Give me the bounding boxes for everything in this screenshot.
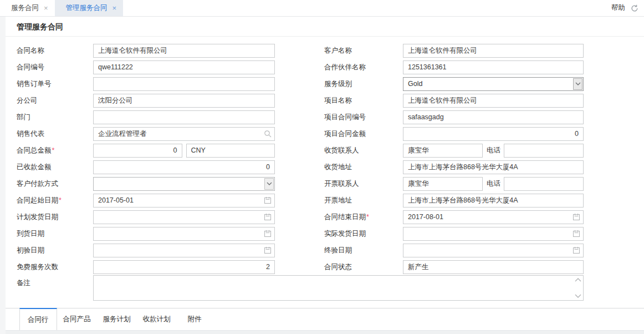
tab-contract-products[interactable]: 合同产品 — [57, 308, 97, 330]
calendar-icon[interactable] — [573, 246, 580, 254]
tab-attachments[interactable]: 附件 — [182, 308, 208, 330]
actual-ship-date-label: 实际发货日期 — [324, 229, 403, 239]
detail-tab-bar: 合同行 合同产品 服务计划 收款计划 附件 — [6, 308, 644, 330]
content-panel: 管理服务合同 合同名称 客户名称 合同编号 合作伙伴名称 销售订单号 服务级别 … — [6, 17, 644, 334]
invoice-phone-label: 电话 — [483, 179, 504, 189]
sales-order-no-input[interactable] — [93, 77, 275, 91]
window-tab-label: 管理服务合同 — [66, 3, 108, 13]
form-row: 合同总金额* 收货联系人 电话 — [6, 142, 644, 159]
arrival-date-input[interactable] — [93, 227, 275, 241]
chevron-down-icon[interactable] — [575, 294, 581, 298]
partner-name-input[interactable] — [403, 60, 584, 74]
tab-service-plan[interactable]: 服务计划 — [97, 308, 137, 330]
planned-ship-date-label: 计划发货日期 — [17, 212, 93, 222]
chevron-up-icon[interactable] — [575, 278, 581, 282]
calendar-icon[interactable] — [264, 213, 272, 221]
form-row: 已收款金额 收货地址 — [6, 159, 644, 175]
remarks-label: 备注 — [17, 275, 93, 288]
form-row: 分公司 项目名称 — [6, 92, 644, 109]
chevron-down-icon[interactable] — [264, 178, 274, 190]
form-row: 合同起始日期* 开票地址 — [6, 192, 644, 209]
service-level-label: 服务级别 — [324, 79, 403, 89]
page-title: 管理服务合同 — [6, 17, 644, 37]
initial-accept-date-input[interactable] — [93, 244, 275, 257]
actual-ship-date-input[interactable] — [403, 227, 584, 241]
branch-label: 分公司 — [17, 96, 93, 105]
arrival-date-label: 到货日期 — [17, 229, 93, 239]
form-row: 免费服务次数 合同状态 — [6, 259, 644, 275]
delivery-phone-input[interactable] — [504, 144, 584, 158]
calendar-icon[interactable] — [264, 230, 272, 237]
invoice-contact-label: 开票联系人 — [324, 179, 403, 189]
invoice-phone-input[interactable] — [504, 177, 584, 191]
close-icon[interactable]: × — [44, 4, 48, 12]
invoice-contact-input[interactable] — [403, 177, 483, 191]
currency-input[interactable] — [186, 144, 275, 158]
delivery-address-label: 收货地址 — [324, 163, 403, 172]
received-amount-input[interactable] — [93, 160, 275, 174]
tab-contract-lines[interactable]: 合同行 — [19, 308, 57, 330]
customer-name-input[interactable] — [403, 44, 584, 58]
window-tab-manage-service-contract[interactable]: 管理服务合同 × — [55, 0, 124, 16]
final-accept-date-input[interactable] — [403, 244, 584, 257]
project-amount-input[interactable] — [403, 127, 584, 141]
refresh-icon[interactable] — [631, 4, 638, 12]
contract-no-input[interactable] — [93, 60, 275, 74]
calendar-icon[interactable] — [573, 230, 580, 237]
form-row: 部门 项目合同编号 — [6, 109, 644, 125]
end-date-input[interactable] — [403, 210, 584, 224]
required-mark: * — [59, 196, 62, 204]
form-row: 客户付款方式 开票联系人 电话 — [6, 175, 644, 192]
planned-ship-date-input[interactable] — [93, 210, 275, 224]
contract-name-label: 合同名称 — [17, 46, 93, 55]
search-icon[interactable] — [264, 130, 272, 138]
branch-input[interactable] — [93, 94, 275, 108]
form-row: 销售代表 项目合同金额 — [6, 125, 644, 142]
form-row: 到货日期 实际发货日期 — [6, 225, 644, 242]
project-contract-no-label: 项目合同编号 — [324, 113, 403, 122]
calendar-icon[interactable] — [573, 213, 580, 221]
received-amount-label: 已收款金额 — [17, 163, 93, 172]
service-level-select[interactable]: Gold — [403, 77, 584, 91]
form-row: 合同编号 合作伙伴名称 — [6, 59, 644, 75]
remarks-textarea[interactable] — [94, 276, 583, 300]
window-tab-service-contract[interactable]: 服务合同 × — [0, 0, 55, 16]
initial-accept-date-label: 初验日期 — [17, 246, 93, 255]
form-row: 初验日期 终验日期 — [6, 242, 644, 259]
service-level-value: Gold — [408, 80, 422, 88]
delivery-address-input[interactable] — [403, 160, 584, 174]
contract-name-input[interactable] — [93, 44, 275, 58]
chevron-down-icon[interactable] — [573, 78, 582, 90]
close-icon[interactable]: × — [113, 4, 117, 12]
sales-rep-input[interactable] — [93, 127, 275, 141]
project-name-input[interactable] — [403, 94, 584, 108]
calendar-icon[interactable] — [264, 246, 272, 254]
window-tab-bar: 服务合同 × 管理服务合同 × 帮助 — [0, 0, 644, 17]
department-input[interactable] — [93, 110, 275, 124]
form-row: 合同名称 客户名称 — [6, 42, 644, 59]
payment-method-select[interactable] — [93, 177, 275, 191]
form-row: 备注 — [6, 275, 644, 305]
window-tab-label: 服务合同 — [11, 3, 39, 13]
sales-order-no-label: 销售订单号 — [17, 79, 93, 89]
contract-status-input[interactable] — [403, 260, 584, 274]
form-row: 计划发货日期 合同结束日期* — [6, 209, 644, 225]
invoice-address-label: 开票地址 — [324, 196, 403, 205]
help-link[interactable]: 帮助 — [611, 3, 625, 13]
delivery-phone-label: 电话 — [483, 146, 504, 155]
sales-rep-label: 销售代表 — [17, 129, 93, 139]
contract-no-label: 合同编号 — [17, 63, 93, 72]
free-service-count-input[interactable] — [93, 260, 275, 274]
invoice-address-input[interactable] — [403, 194, 584, 208]
project-contract-no-input[interactable] — [403, 110, 584, 124]
delivery-contact-input[interactable] — [403, 144, 483, 158]
project-name-label: 项目名称 — [324, 96, 403, 105]
department-label: 部门 — [17, 113, 93, 122]
calendar-icon[interactable] — [264, 196, 272, 204]
contract-form: 合同名称 客户名称 合同编号 合作伙伴名称 销售订单号 服务级别 Gold — [6, 37, 644, 305]
total-amount-input[interactable] — [93, 144, 182, 158]
end-date-label: 合同结束日期* — [324, 212, 403, 222]
contract-status-label: 合同状态 — [324, 262, 403, 272]
tab-payment-plan[interactable]: 收款计划 — [137, 308, 177, 330]
start-date-input[interactable] — [93, 194, 275, 208]
